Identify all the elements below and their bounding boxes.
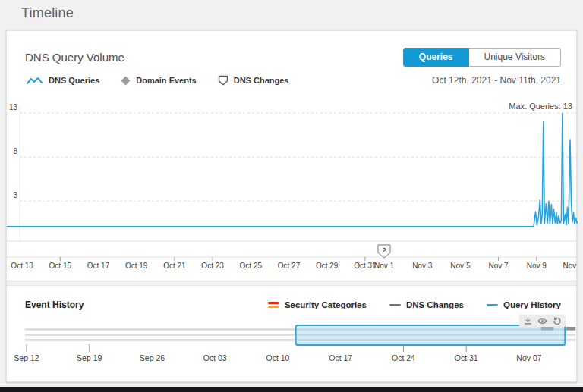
x-axis-label: Oct 29 — [316, 262, 339, 270]
brush-toolbar — [519, 315, 566, 327]
pentagon-icon — [218, 75, 228, 86]
queries-button[interactable]: Queries — [403, 48, 469, 67]
brush-selection[interactable] — [296, 325, 566, 345]
x-axis-label: Oct 13 — [11, 262, 33, 270]
brush-axis-label: Sep 12 — [14, 353, 39, 362]
x-axis-label: Nov 5 — [450, 262, 471, 270]
legend-label: DNS Queries — [49, 76, 99, 85]
legend-label: Domain Events — [136, 76, 196, 85]
unique-visitors-button[interactable]: Unique Visitors — [469, 48, 561, 67]
chart-legend: DNS Queries Domain Events DNS Changes — [27, 75, 288, 86]
brush-axis-label: Oct 17 — [329, 353, 352, 362]
x-axis-label: Oct 17 — [87, 262, 110, 270]
x-axis-label: Nov 7 — [489, 262, 509, 270]
brush-axis-label: Sep 26 — [140, 353, 165, 362]
dns-changes-badge[interactable]: 2 — [378, 245, 390, 258]
page-title: Timeline — [21, 5, 74, 21]
dns-query-volume-chart: 1383Oct 13Oct 15Oct 17Oct 19Oct 21Oct 23… — [7, 99, 578, 280]
x-axis-label: Nov 9 — [527, 262, 547, 270]
x-axis-label: Oct 25 — [240, 262, 263, 270]
y-axis-label: 3 — [13, 191, 17, 199]
gray-bar-icon — [389, 304, 401, 306]
y-axis-label: 8 — [13, 147, 17, 155]
brush-axis-label: Oct 10 — [266, 353, 290, 362]
brush-axis-label: Oct 31 — [455, 353, 478, 362]
reset-icon[interactable] — [553, 317, 561, 325]
timeline-card: DNS Query Volume Queries Unique Visitors… — [6, 30, 577, 382]
eye-icon[interactable] — [537, 317, 547, 325]
x-axis-label: Nov 11 — [563, 262, 578, 270]
section-divider — [7, 281, 576, 286]
x-axis-label: Nov 1 — [374, 262, 395, 270]
event-history-brush: Sep 12Sep 19Sep 26Oct 03Oct 10Oct 17Oct … — [7, 314, 578, 382]
legend-domain-events[interactable]: Domain Events — [121, 76, 196, 86]
legend-label: DNS Changes — [406, 300, 464, 309]
x-axis-label: Oct 23 — [201, 262, 224, 270]
legend-label: Query History — [503, 300, 561, 309]
event-history-legend: Security Categories DNS Changes Query Hi… — [268, 300, 561, 309]
brush-axis-label: Sep 19 — [77, 353, 102, 362]
legend-label: Security Categories — [285, 300, 367, 309]
card-title-row: DNS Query Volume Queries Unique Visitors — [25, 47, 561, 67]
blue-bar-icon — [487, 304, 498, 306]
queries-visitors-toggle: Queries Unique Visitors — [403, 48, 561, 67]
dns-queries-line — [7, 113, 578, 227]
card-title: DNS Query Volume — [25, 51, 124, 64]
legend-dns-queries[interactable]: DNS Queries — [27, 76, 99, 86]
legend-label: DNS Changes — [234, 76, 289, 85]
x-axis-label: Oct 27 — [278, 262, 301, 270]
max-queries-label: Max. Queries: 13 — [509, 102, 572, 111]
brush-axis-label: Oct 03 — [203, 353, 227, 362]
legend-query-history[interactable]: Query History — [487, 300, 561, 309]
legend-eh-dns-changes[interactable]: DNS Changes — [389, 300, 464, 309]
x-axis-label: Oct 31 — [354, 262, 377, 270]
download-icon[interactable] — [524, 317, 532, 325]
y-axis-label: 13 — [9, 103, 18, 111]
line-chart-icon — [27, 76, 43, 86]
x-axis-label: Oct 15 — [49, 262, 72, 270]
legend-security-categories[interactable]: Security Categories — [268, 300, 367, 309]
brush-axis-label: Oct 24 — [392, 353, 415, 362]
diamond-icon — [121, 76, 131, 86]
brush-activity-mark — [566, 327, 575, 331]
bottom-bar — [0, 387, 583, 392]
brush-axis-label: Nov 07 — [516, 353, 541, 362]
date-range: Oct 12th, 2021 - Nov 11th, 2021 — [432, 75, 561, 86]
badge-count: 2 — [383, 246, 386, 254]
chart-legend-row: DNS Queries Domain Events DNS Changes Oc… — [27, 74, 561, 87]
legend-dns-changes[interactable]: DNS Changes — [218, 75, 289, 86]
stacked-bars-icon — [268, 302, 279, 308]
event-history-title: Event History — [25, 299, 84, 310]
x-axis-label: Oct 21 — [163, 262, 186, 270]
x-axis-label: Nov 3 — [412, 262, 433, 270]
x-axis-label: Oct 19 — [125, 262, 148, 270]
page-header: Timeline — [21, 5, 74, 21]
event-history-header: Event History Security Categories DNS Ch… — [25, 298, 561, 312]
